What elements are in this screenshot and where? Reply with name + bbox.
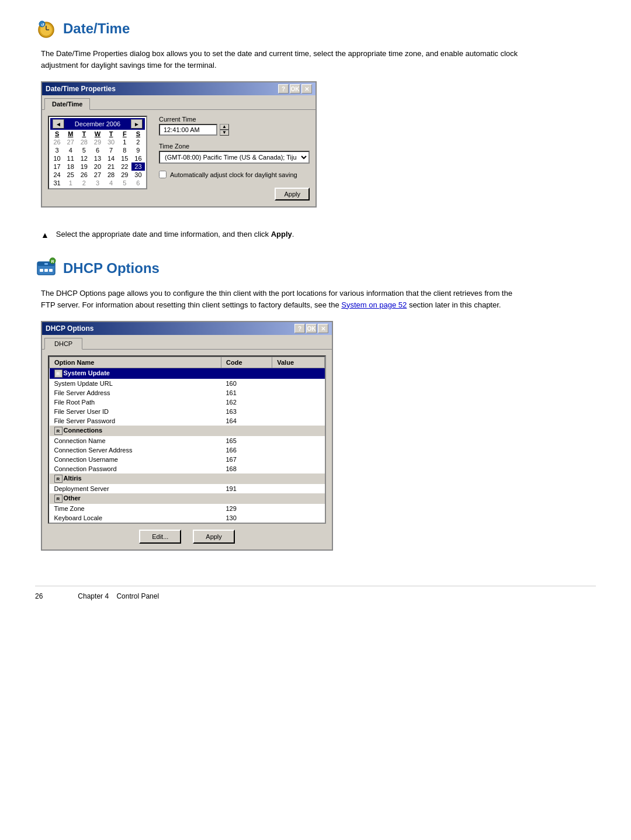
dhcp-table-row[interactable]: File Server Address161 [50,388,325,397]
time-down-button[interactable]: ▼ [220,130,229,136]
group-icon: R [54,475,63,483]
calendar-day[interactable]: 17 [50,163,64,171]
bullet-text: Select the appropriate date and time inf… [56,230,294,238]
dhcp-table-row[interactable]: Connection Name165 [50,436,325,445]
next-month-button[interactable]: ► [131,119,143,129]
value-cell [272,379,325,388]
close-button[interactable]: ✕ [301,84,312,94]
calendar-day[interactable]: 20 [91,163,104,171]
calendar-day[interactable]: 24 [50,171,64,179]
calendar-day[interactable]: 22 [118,163,131,171]
dhcp-group-row[interactable]: RAltiris [50,473,325,484]
dhcp-table-row[interactable]: Connection Username167 [50,455,325,464]
code-cell: 167 [221,455,272,464]
dhcp-table-row[interactable]: Connection Server Address166 [50,445,325,455]
dhcp-table-row[interactable]: Time Zone129 [50,504,325,513]
datetime-apply-button[interactable]: Apply [275,188,310,201]
tab-datetime[interactable]: Date/Time [44,98,90,110]
dhcp-titlebar-buttons: ? OK ✕ [294,324,328,333]
calendar-day[interactable]: 26 [77,171,91,179]
dhcp-group-row[interactable]: RConnections [50,426,325,436]
calendar-day[interactable]: 8 [118,146,131,154]
value-cell [272,513,325,523]
calendar-day[interactable]: 21 [105,163,118,171]
calendar-day[interactable]: 2 [131,138,145,146]
prev-month-button[interactable]: ◄ [53,119,64,129]
dhcp-group-row[interactable]: ROther [50,493,325,504]
code-cell: 161 [221,388,272,397]
calendar-day[interactable]: 3 [50,146,64,154]
ok-button[interactable]: OK [290,84,300,94]
calendar-day[interactable]: 31 [50,179,64,187]
tab-dhcp[interactable]: DHCP [44,338,82,350]
calendar-day[interactable]: 2 [77,179,91,187]
dhcp-table-row[interactable]: System Update URL160 [50,379,325,388]
dhcp-table-row[interactable]: Connection Password168 [50,464,325,473]
calendar-header: ◄ December 2006 ► [50,118,145,130]
svg-rect-8 [40,269,43,272]
calendar-day[interactable]: 7 [105,146,118,154]
calendar-day[interactable]: 30 [105,138,118,146]
value-cell [272,397,325,407]
calendar-day[interactable]: 12 [77,154,91,163]
edit-button[interactable]: Edit... [139,530,181,544]
dhcp-link[interactable]: System on page 52 [341,300,407,309]
calendar-day[interactable]: 29 [118,171,131,179]
code-cell: 160 [221,379,272,388]
calendar-day[interactable]: 25 [64,171,77,179]
calendar-day[interactable]: 19 [77,163,91,171]
calendar-month-year: December 2006 [75,120,120,127]
dhcp-group-row[interactable]: RSystem Update [50,368,325,379]
dhcp-table-row[interactable]: File Root Path162 [50,397,325,407]
calendar-day[interactable]: 27 [91,171,104,179]
calendar-day[interactable]: 11 [64,154,77,163]
calendar-day[interactable]: 1 [118,138,131,146]
dhcp-table-row[interactable]: File Server Password164 [50,416,325,426]
calendar-day[interactable]: 23 [131,163,145,171]
current-time-label: Current Time [159,116,310,123]
calendar-week-row: 262728293012 [50,138,145,146]
dhcp-table-row[interactable]: Deployment Server191 [50,484,325,493]
calendar-day[interactable]: 26 [50,138,64,146]
calendar-day[interactable]: 15 [118,154,131,163]
datetime-dialog: Date/Time Properties ? OK ✕ Date/Time ◄ … [41,81,317,208]
option-name-cell: File Server Password [50,416,221,426]
calendar-day[interactable]: 4 [64,146,77,154]
dhcp-table-row[interactable]: Keyboard Locale130 [50,513,325,523]
calendar-day[interactable]: 4 [105,179,118,187]
time-up-button[interactable]: ▲ [220,124,229,130]
calendar-day[interactable]: 16 [131,154,145,163]
calendar-day[interactable]: 28 [105,171,118,179]
dhcp-apply-button[interactable]: Apply [193,530,235,544]
day-header-t1: T [77,130,91,138]
calendar-day[interactable]: 5 [77,146,91,154]
calendar-day[interactable]: 29 [91,138,104,146]
time-spinner: ▲ ▼ [220,124,229,136]
calendar-day[interactable]: 30 [131,171,145,179]
day-header-m: M [64,130,77,138]
calendar-day[interactable]: 6 [131,179,145,187]
calendar-day[interactable]: 14 [105,154,118,163]
dhcp-ok-button[interactable]: OK [306,324,317,333]
titlebar-buttons: ? OK ✕ [278,84,312,94]
help-button[interactable]: ? [278,84,289,94]
calendar-day[interactable]: 6 [91,146,104,154]
dhcp-table-row[interactable]: File Server User ID163 [50,407,325,416]
calendar-day[interactable]: 10 [50,154,64,163]
calendar-day[interactable]: 27 [64,138,77,146]
calendar-day[interactable]: 18 [64,163,77,171]
code-cell: 129 [221,504,272,513]
dhcp-close-button[interactable]: ✕ [318,324,328,333]
calendar-day[interactable]: 13 [91,154,104,163]
calendar-day[interactable]: 5 [118,179,131,187]
calendar-day[interactable]: 1 [64,179,77,187]
calendar-day[interactable]: 28 [77,138,91,146]
dhcp-help-button[interactable]: ? [294,324,305,333]
timezone-select[interactable]: (GMT-08:00) Pacific Time (US & Canada); … [159,151,310,164]
code-cell: 166 [221,445,272,455]
calendar-day[interactable]: 3 [91,179,104,187]
auto-adjust-checkbox[interactable] [159,171,167,178]
time-input[interactable]: 12:41:00 AM [159,124,217,136]
calendar-day[interactable]: 9 [131,146,145,154]
code-cell: 168 [221,464,272,473]
